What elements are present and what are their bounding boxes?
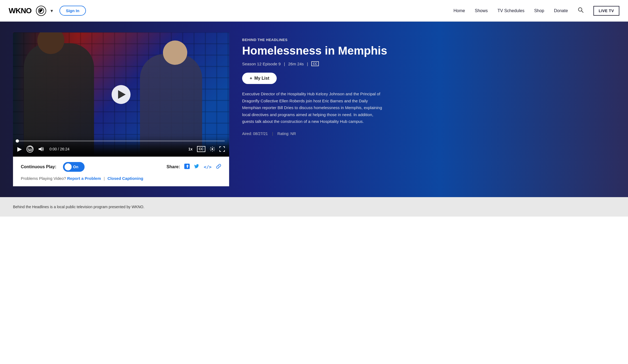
footer-text: Behind the Headlines is a local public t… [13,205,615,209]
problems-text: Problems Playing Video? [21,176,66,181]
svg-line-4 [582,11,583,12]
rating: Rating: NR [278,132,296,136]
closed-captioning-link[interactable]: Closed Captioning [108,176,143,181]
video-controls-bar: ▶ 10 [13,141,229,157]
main-nav: Home Shows TV Schedules Shop Donate LIVE… [453,6,619,16]
nav-shows[interactable]: Shows [475,8,488,13]
nav-donate[interactable]: Donate [554,8,568,13]
playback-speed[interactable]: 1x [188,147,193,151]
live-tv-button[interactable]: LIVE TV [593,6,619,16]
copy-link-button[interactable] [216,164,221,170]
embed-share-button[interactable]: </> [204,164,212,170]
my-list-icon: + [250,76,252,81]
twitter-share-button[interactable] [194,164,199,170]
settings-button[interactable] [210,146,215,152]
video-player: ▶ 10 [13,32,229,157]
show-title: Homelessness in Memphis [242,45,602,57]
report-problem-link[interactable]: Report a Problem [67,176,101,181]
main-content: ▶ 10 [0,22,628,197]
pipe-separator: | [104,176,105,181]
sign-in-button[interactable]: Sign In [59,6,86,16]
toggle-knob [65,163,72,170]
dropdown-icon[interactable]: ▾ [51,8,53,14]
show-info-panel: BEHIND THE HEADLINES Homelessness in Mem… [229,32,615,141]
season-episode: Season 12 Episode 9 [242,62,281,66]
play-button-overlay[interactable] [112,85,131,104]
play-triangle-icon [118,90,126,99]
nav-tv-schedules[interactable]: TV Schedules [497,8,525,13]
time-display: 0:00 / 26:24 [49,147,69,151]
main-header: WKNO ▾ Sign In Home Shows TV Schedules S… [0,0,628,22]
cc-badge: CC [311,61,319,66]
cc-button[interactable]: CC [197,146,205,152]
show-series: BEHIND THE HEADLINES [242,38,602,42]
search-button[interactable] [578,7,584,14]
separator2: | [307,62,308,66]
fullscreen-button[interactable] [219,146,225,152]
problems-row: Problems Playing Video? Report a Problem… [21,176,221,181]
separator: | [284,62,285,66]
air-separator: | [272,132,273,136]
svg-point-2 [41,9,42,11]
replay-10-button[interactable]: 10 [26,145,34,153]
play-pause-button[interactable]: ▶ [17,146,22,153]
nav-home[interactable]: Home [453,8,465,13]
my-list-button[interactable]: + My List [242,73,277,84]
pbs-logo [36,6,46,16]
share-section: Share: </> [166,164,221,170]
volume-button[interactable] [38,147,44,151]
duration: 26m 24s [288,62,304,66]
continuous-play-label: Continuous Play: [21,164,56,169]
show-meta: Season 12 Episode 9 | 26m 24s | CC [242,61,602,66]
svg-marker-7 [39,147,42,151]
show-airinfo: Aired: 08/27/21 | Rating: NR [242,132,602,136]
nav-shop[interactable]: Shop [534,8,544,13]
facebook-share-button[interactable] [184,164,190,170]
site-logo: WKNO [9,6,32,15]
svg-point-8 [212,148,213,150]
share-label: Share: [166,164,180,169]
my-list-label: My List [254,76,269,81]
show-description: Executive Director of the Hospitality Hu… [242,90,383,125]
video-thumbnail: ▶ 10 [13,32,229,157]
continuous-play-toggle[interactable]: On [63,162,85,172]
toggle-on-label: On [73,165,80,169]
video-controls-panel: Continuous Play: On Share: [13,157,229,186]
video-section: ▶ 10 [13,32,229,186]
footer: Behind the Headlines is a local public t… [0,197,628,217]
aired-date: Aired: 08/27/21 [242,132,268,136]
controls-row-1: Continuous Play: On Share: [21,162,221,172]
logo-group: WKNO ▾ [9,6,53,16]
